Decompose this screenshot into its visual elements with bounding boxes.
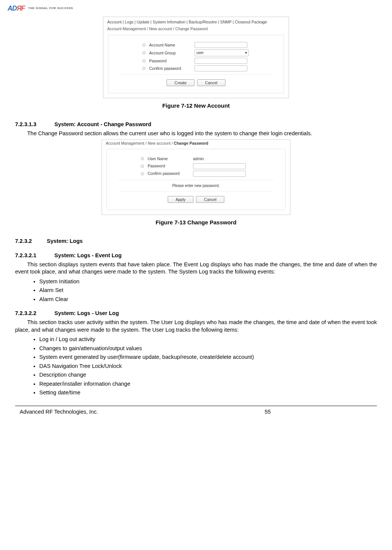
- heading-title: System: Account - Change Password: [54, 121, 151, 127]
- heading-title: System: Logs - Event Log: [54, 252, 122, 258]
- footer: Advanced RF Technologies, Inc. 55: [15, 406, 377, 416]
- label-password: Password: [148, 163, 193, 168]
- heading-72321: 7.2.3.2.1 System: Logs - Event Log: [15, 252, 377, 260]
- divider: [120, 74, 272, 75]
- heading-title: System: Logs - User Log: [54, 310, 119, 316]
- label-password: Password: [149, 58, 194, 63]
- breadcrumb-prefix: Account Management / New account /: [107, 26, 175, 31]
- header-logo: ADЯF THE SIGNAL FOR SUCCESS: [8, 4, 377, 13]
- input-confirm-password[interactable]: [193, 171, 246, 177]
- list-item: Repeater/installer information change: [39, 380, 377, 388]
- logo-tagline: THE SIGNAL FOR SUCCESS: [28, 6, 73, 11]
- row-account-group: Account Group user ▾: [120, 49, 272, 56]
- select-account-group[interactable]: user ▾: [194, 49, 249, 56]
- list-item: Alarm Set: [39, 287, 377, 294]
- bullets-72321: System Initiation Alarm Set Alarm Clear: [39, 278, 377, 303]
- list-item: System event generated by user(firmware …: [39, 354, 377, 361]
- label-account-name: Account Name: [149, 42, 194, 48]
- radio-icon: [141, 157, 144, 160]
- logo-rf: ЯF: [17, 5, 25, 12]
- divider: [118, 180, 274, 180]
- list-item: Description change: [39, 371, 377, 379]
- cancel-button[interactable]: Cancel: [197, 79, 225, 86]
- input-confirm-password[interactable]: [194, 65, 247, 71]
- logo-text: ADЯF: [8, 4, 25, 13]
- radio-icon: [142, 51, 145, 54]
- value-user-name: admin: [193, 156, 204, 161]
- logo-a: A: [8, 5, 12, 12]
- button-row: Apply Cancel: [118, 195, 274, 204]
- row-user-name: User Name admin: [118, 156, 274, 161]
- list-item: DAS Navigation Tree Lock/Unlock: [39, 363, 377, 370]
- radio-icon: [142, 43, 145, 46]
- radio-icon: [141, 172, 144, 175]
- list-item: Changes to gain/attenuation/output value…: [39, 345, 377, 352]
- page-number: 55: [265, 408, 271, 416]
- figure-caption-7-12: Figure 7-12 New Account: [15, 102, 377, 110]
- screenshot-tabs: Account | Logs | Update | System Infomat…: [103, 17, 289, 25]
- body-72321: This section displays system events that…: [15, 261, 377, 276]
- label-confirm-password: Confirm password: [149, 66, 194, 71]
- row-confirm-password: Confirm password: [120, 65, 272, 71]
- label-user-name: User Name: [148, 156, 193, 161]
- heading-number: 7.2.3.1.3: [15, 121, 53, 128]
- heading-72313: 7.2.3.1.3 System: Account - Change Passw…: [15, 121, 377, 128]
- label-confirm-password: Confirm password: [148, 171, 193, 176]
- body-72313: The Change Password section allows the c…: [15, 130, 377, 138]
- heading-72322: 7.2.3.2.2 System: Logs - User Log: [15, 310, 377, 317]
- input-password[interactable]: [193, 163, 246, 169]
- row-confirm-password: Confirm password: [118, 171, 274, 177]
- radio-icon: [141, 165, 144, 168]
- bullets-72322: Log in / Log out activity Changes to gai…: [39, 336, 377, 397]
- apply-button[interactable]: Apply: [168, 196, 193, 203]
- input-account-name[interactable]: [194, 42, 247, 48]
- chevron-down-icon: ▾: [245, 50, 247, 56]
- cancel-button[interactable]: Cancel: [196, 196, 224, 203]
- list-item: Setting date/time: [39, 389, 377, 397]
- divider: [118, 191, 274, 192]
- list-item: System Initiation: [39, 278, 377, 286]
- form-panel: User Name admin Password Confirm passwor…: [106, 149, 286, 210]
- breadcrumb-active: Change Password: [174, 141, 208, 145]
- label-account-group: Account Group: [149, 50, 194, 56]
- body-72322: This section tracks user activity within…: [15, 319, 377, 334]
- row-password: Password: [120, 58, 272, 64]
- note-text: Please enter new password.: [118, 183, 274, 188]
- input-password[interactable]: [194, 58, 247, 64]
- row-password: Password: [118, 163, 274, 169]
- breadcrumb-active: Change Password: [175, 26, 208, 31]
- create-button[interactable]: Create: [167, 79, 194, 86]
- breadcrumb: Account Management / New account / Chang…: [102, 140, 290, 149]
- screenshot-change-password: Account Management / New account / Chang…: [102, 139, 290, 215]
- heading-number: 7.2.3.2.2: [15, 310, 53, 317]
- footer-company: Advanced RF Technologies, Inc.: [20, 408, 98, 416]
- list-item: Log in / Log out activity: [39, 336, 377, 343]
- breadcrumb-prefix: Account Management / New account /: [106, 141, 174, 145]
- logo-d: D: [12, 5, 17, 12]
- breadcrumb: Account Management / New account / Chang…: [103, 25, 289, 34]
- heading-number: 7.2.3.2.1: [15, 252, 53, 260]
- radio-icon: [142, 59, 145, 62]
- list-item: Alarm Clear: [39, 296, 377, 303]
- select-value: user: [196, 50, 204, 56]
- heading-7232: 7.2.3.2 System: Logs: [15, 238, 377, 245]
- radio-icon: [142, 67, 145, 70]
- heading-title: System: Logs: [47, 238, 83, 244]
- form-panel: Account Name Account Group user ▾ Passwo…: [108, 35, 284, 93]
- figure-caption-7-13: Figure 7-13 Change Password: [15, 219, 377, 226]
- row-account-name: Account Name: [120, 42, 272, 48]
- screenshot-new-account: Account | Logs | Update | System Infomat…: [103, 17, 289, 98]
- heading-number: 7.2.3.2: [15, 238, 45, 245]
- button-row: Create Cancel: [120, 78, 272, 88]
